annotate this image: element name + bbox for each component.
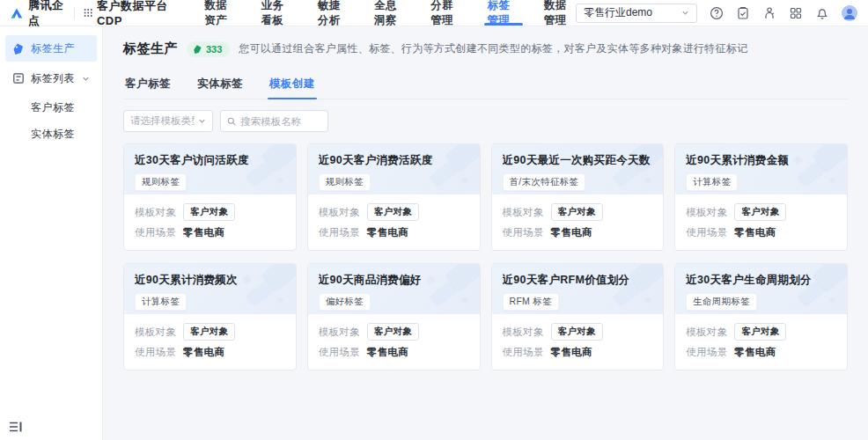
template-search-input[interactable]: [240, 116, 321, 127]
topbar-right: 零售行业demo: [576, 4, 857, 23]
tag-type-chip: 计算标签: [135, 293, 187, 311]
nav-holographic-insight[interactable]: 全息洞察: [374, 0, 406, 26]
template-card[interactable]: 近90天累计消费频次 计算标签 模板对象客户对象 使用场景零售电商: [123, 263, 297, 370]
template-search: [220, 110, 328, 132]
task-clipboard-icon[interactable]: [736, 6, 750, 20]
card-title: 近90天最近一次购买距今天数: [503, 153, 653, 168]
badge-tag-icon: [193, 44, 202, 54]
nav-data-management[interactable]: 数据管理: [544, 0, 576, 26]
service-icon[interactable]: [762, 6, 776, 20]
card-title: 近90天商品消费偏好: [319, 273, 469, 288]
tag-type-chip: 首/末次特征标签: [503, 173, 586, 191]
card-body: 模板对象客户对象 使用场景零售电商: [308, 314, 480, 370]
meta-label: 模板对象: [686, 206, 734, 219]
card-title: 近90天累计消费金额: [686, 153, 836, 168]
tag-type-chip: 规则标签: [319, 173, 371, 191]
template-type-select[interactable]: 请选择模板类型: [123, 110, 213, 132]
template-card[interactable]: 近90天累计消费金额 计算标签 模板对象客户对象 使用场景零售电商: [674, 143, 848, 251]
chevron-down-icon: [681, 9, 689, 17]
brand-group[interactable]: 腾讯企点: [11, 0, 65, 29]
sidebar-item-tag-list[interactable]: 标签列表: [5, 65, 97, 92]
page-description: 您可以通过组合客户属性、标签、行为等方式创建不同类型的标签，对客户及实体等多种对…: [239, 41, 747, 56]
meta-label: 使用场景: [503, 346, 551, 359]
object-chip: 客户对象: [183, 203, 235, 221]
collapse-sidebar-icon[interactable]: [9, 421, 23, 433]
help-icon[interactable]: [710, 6, 724, 20]
avatar-person-icon: [842, 5, 857, 21]
card-decoration: [460, 177, 467, 184]
tab-template-create[interactable]: 模板创建: [268, 71, 317, 99]
nav-tag-management[interactable]: 标签管理: [488, 0, 519, 26]
scene-value: 零售电商: [367, 226, 408, 239]
nav-agile-analysis[interactable]: 敏捷分析: [318, 0, 349, 26]
card-body: 模板对象客户对象 使用场景零售电商: [675, 314, 847, 370]
card-decoration: [277, 297, 284, 304]
chevron-down-icon: [198, 117, 206, 125]
card-decoration: [828, 297, 835, 304]
card-body: 模板对象客户对象 使用场景零售电商: [492, 314, 664, 370]
filter-row: 请选择模板类型: [123, 110, 848, 132]
card-body: 模板对象客户对象 使用场景零售电商: [308, 194, 480, 250]
chevron-down-icon: [82, 75, 90, 83]
template-card[interactable]: 近30天客户生命周期划分 生命周期标签 模板对象客户对象 使用场景零售电商: [674, 263, 848, 370]
card-decoration: [460, 297, 467, 304]
card-header: 近30天客户生命周期划分 生命周期标签: [675, 264, 847, 314]
qidian-logo-icon: [11, 6, 23, 20]
scene-value: 零售电商: [367, 346, 408, 359]
search-icon: [227, 116, 236, 127]
tag-type-chip: 生命周期标签: [686, 293, 757, 311]
meta-label: 使用场景: [686, 346, 734, 359]
sidebar-item-label: 标签生产: [31, 41, 90, 56]
template-card[interactable]: 近90天客户RFM价值划分 RFM 标签 模板对象客户对象 使用场景零售电商: [491, 263, 665, 370]
brand-name: 腾讯企点: [28, 0, 65, 29]
sidebar-item-customer-tags[interactable]: 客户标签: [5, 95, 97, 120]
product-grid-icon[interactable]: [84, 7, 92, 18]
tab-customer-tags[interactable]: 客户标签: [123, 71, 173, 99]
page-title: 标签生产: [123, 40, 178, 57]
scene-value: 零售电商: [734, 226, 776, 239]
template-card[interactable]: 近30天客户访问活跃度 规则标签 模板对象客户对象 使用场景零售电商: [123, 143, 297, 251]
template-card[interactable]: 近90天最近一次购买距今天数 首/末次特征标签 模板对象客户对象 使用场景零售电…: [491, 143, 665, 251]
card-header: 近90天客户RFM价值划分 RFM 标签: [492, 264, 664, 314]
nav-data-assets[interactable]: 数据资产: [204, 0, 236, 26]
card-header: 近90天商品消费偏好 偏好标签: [308, 264, 480, 314]
meta-label: 模板对象: [686, 326, 734, 339]
template-card[interactable]: 近90天商品消费偏好 偏好标签 模板对象客户对象 使用场景零售电商: [307, 263, 481, 370]
card-body: 模板对象客户对象 使用场景零售电商: [675, 194, 847, 250]
template-card[interactable]: 近90天客户消费活跃度 规则标签 模板对象客户对象 使用场景零售电商: [307, 143, 481, 251]
tag-icon: [12, 42, 25, 55]
card-title: 近90天客户RFM价值划分: [503, 273, 653, 288]
card-title: 近30天客户生命周期划分: [686, 273, 836, 288]
nav-dashboards[interactable]: 业务看板: [261, 0, 293, 26]
meta-label: 模板对象: [503, 326, 551, 339]
main-nav: 数据资产 业务看板 敏捷分析 全息洞察 分群管理 标签管理 数据管理: [204, 0, 576, 26]
tabs: 客户标签 实体标签 模板创建: [123, 71, 848, 99]
card-header: 近30天客户访问活跃度 规则标签: [124, 144, 296, 194]
apps-grid-icon[interactable]: [789, 6, 803, 20]
meta-label: 模板对象: [319, 326, 367, 339]
tag-type-chip: 偏好标签: [319, 293, 371, 311]
top-bar: 腾讯企点 客户数据平台 CDP 数据资产 业务看板 敏捷分析 全息洞察 分群管理…: [0, 0, 868, 26]
tag-type-chip: RFM 标签: [503, 293, 559, 311]
environment-select-value: 零售行业demo: [584, 5, 676, 20]
product-name: 客户数据平台 CDP: [97, 0, 176, 27]
user-avatar[interactable]: [842, 5, 857, 21]
template-type-placeholder: 请选择模板类型: [130, 114, 195, 128]
tag-type-chip: 计算标签: [686, 173, 738, 191]
tab-entity-tags[interactable]: 实体标签: [195, 71, 245, 99]
environment-select[interactable]: 零售行业demo: [576, 4, 697, 23]
tag-count: 333: [206, 44, 222, 55]
template-card-grid: 近30天客户访问活跃度 规则标签 模板对象客户对象 使用场景零售电商 近90天客…: [123, 143, 848, 370]
sidebar-item-entity-tags[interactable]: 实体标签: [5, 121, 97, 146]
sidebar-item-tag-production[interactable]: 标签生产: [5, 35, 97, 62]
meta-label: 模板对象: [503, 206, 551, 219]
card-decoration: [644, 177, 651, 184]
card-title: 近90天客户消费活跃度: [319, 153, 469, 168]
main-content: 标签生产 333 您可以通过组合客户属性、标签、行为等方式创建不同类型的标签，对…: [103, 26, 868, 440]
object-chip: 客户对象: [551, 323, 603, 341]
nav-segment-management[interactable]: 分群管理: [430, 0, 462, 26]
bell-icon[interactable]: [815, 6, 829, 20]
tag-count-badge: 333: [187, 41, 230, 57]
card-decoration: [828, 177, 835, 184]
card-body: 模板对象客户对象 使用场景零售电商: [492, 194, 664, 250]
